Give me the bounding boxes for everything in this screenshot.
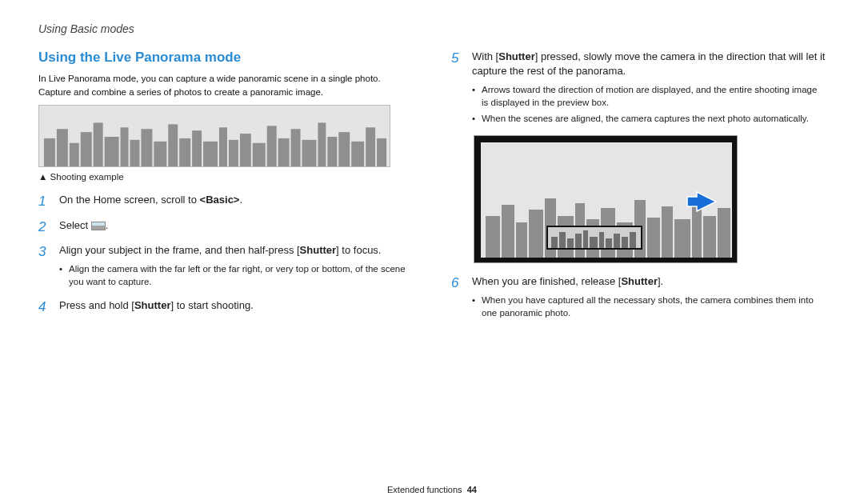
- step-5: 5 With [Shutter] pressed, slowly move th…: [451, 50, 826, 127]
- preview-svg: [474, 136, 738, 263]
- svg-rect-20: [278, 138, 290, 166]
- svg-rect-59: [622, 237, 628, 248]
- step-6: 6 When you are finished, release [Shutte…: [451, 274, 826, 322]
- svg-rect-51: [559, 232, 566, 248]
- step-text: Align your subject in the frame, and the…: [59, 243, 413, 290]
- svg-rect-18: [253, 143, 266, 166]
- svg-rect-46: [703, 216, 716, 258]
- sub-item: Align the camera with the far left or th…: [59, 262, 413, 288]
- svg-rect-47: [718, 208, 730, 258]
- step-number: 3: [38, 243, 51, 290]
- page-footer: Extended functions 44: [0, 485, 864, 494]
- svg-rect-58: [614, 234, 620, 248]
- svg-rect-11: [168, 125, 178, 167]
- svg-rect-60: [630, 232, 636, 248]
- page-header: Using Basic modes: [38, 22, 826, 35]
- svg-rect-1: [44, 138, 55, 166]
- step-text: On the Home screen, scroll to <Basic>.: [59, 193, 242, 210]
- step-number: 6: [451, 274, 464, 322]
- svg-rect-43: [662, 206, 673, 258]
- step-number: 5: [451, 50, 464, 127]
- step-text: Select .: [59, 218, 108, 235]
- svg-rect-19: [267, 126, 277, 167]
- svg-rect-23: [318, 123, 326, 167]
- svg-rect-10: [154, 142, 166, 166]
- section-title: Using the Live Panorama mode: [38, 50, 413, 66]
- footer-section: Extended functions: [387, 485, 462, 494]
- svg-rect-5: [94, 123, 103, 167]
- svg-rect-12: [179, 138, 190, 166]
- svg-rect-28: [377, 138, 386, 166]
- left-column: Using the Live Panorama mode In Live Pan…: [38, 50, 413, 330]
- svg-rect-33: [516, 222, 527, 258]
- step-number: 2: [38, 218, 51, 235]
- svg-rect-44: [674, 219, 690, 258]
- svg-rect-21: [291, 130, 301, 167]
- svg-rect-31: [486, 216, 500, 258]
- svg-rect-6: [105, 137, 119, 166]
- svg-rect-50: [551, 237, 558, 248]
- svg-rect-32: [502, 205, 514, 258]
- step-4: 4 Press and hold [Shutter] to start shoo…: [38, 298, 413, 315]
- svg-rect-42: [647, 218, 660, 258]
- svg-rect-13: [192, 131, 202, 167]
- svg-rect-52: [567, 238, 574, 248]
- svg-rect-27: [366, 128, 375, 167]
- step-text: With [Shutter] pressed, slowly move the …: [472, 50, 826, 127]
- svg-rect-4: [81, 132, 92, 166]
- steps-right-2: 6 When you are finished, release [Shutte…: [451, 274, 826, 322]
- svg-rect-26: [351, 142, 364, 166]
- panorama-mode-icon: [91, 222, 106, 230]
- page-body: Using the Live Panorama mode In Live Pan…: [38, 50, 826, 330]
- panorama-illustration: [38, 105, 390, 167]
- step-sublist: Arrows toward the direction of motion ar…: [472, 83, 826, 124]
- steps-right: 5 With [Shutter] pressed, slowly move th…: [451, 50, 826, 127]
- page-number: 44: [467, 485, 477, 494]
- illustration-caption: Shooting example: [38, 172, 413, 182]
- sub-item: When you have captured all the necessary…: [472, 294, 826, 319]
- svg-rect-25: [338, 132, 350, 166]
- camera-preview-illustration: [474, 135, 738, 263]
- step-3: 3 Align your subject in the frame, and t…: [38, 243, 413, 290]
- sub-item: When the scenes are aligned, the camera …: [472, 112, 826, 125]
- svg-rect-22: [302, 140, 317, 166]
- svg-rect-54: [583, 230, 588, 248]
- step-text: When you are finished, release [Shutter]…: [472, 274, 826, 322]
- svg-rect-55: [590, 237, 598, 248]
- svg-rect-17: [240, 134, 251, 166]
- manual-page: Using Basic modes Using the Live Panoram…: [0, 0, 864, 504]
- svg-rect-24: [327, 137, 337, 166]
- step-1: 1 On the Home screen, scroll to <Basic>.: [38, 193, 413, 210]
- step-2: 2 Select .: [38, 218, 413, 235]
- svg-rect-53: [575, 234, 582, 248]
- step-number: 1: [38, 193, 51, 210]
- svg-rect-34: [529, 210, 543, 258]
- svg-rect-14: [203, 142, 218, 166]
- svg-rect-3: [70, 143, 79, 166]
- svg-rect-56: [599, 232, 604, 248]
- svg-rect-9: [141, 130, 152, 167]
- svg-rect-57: [606, 238, 612, 248]
- step-number: 4: [38, 298, 51, 315]
- svg-rect-16: [229, 140, 238, 166]
- steps-left: 1 On the Home screen, scroll to <Basic>.…: [38, 193, 413, 315]
- step-text: Press and hold [Shutter] to start shooti…: [59, 298, 254, 315]
- svg-rect-2: [57, 130, 68, 167]
- svg-rect-8: [130, 140, 139, 166]
- right-column: 5 With [Shutter] pressed, slowly move th…: [451, 50, 826, 330]
- svg-rect-7: [121, 128, 129, 167]
- step-sublist: Align the camera with the far left or th…: [59, 262, 413, 288]
- svg-rect-15: [219, 128, 227, 167]
- step-sublist: When you have captured all the necessary…: [472, 294, 826, 319]
- sub-item: Arrows toward the direction of motion ar…: [472, 83, 826, 109]
- intro-text: In Live Panorama mode, you can capture a…: [38, 72, 413, 98]
